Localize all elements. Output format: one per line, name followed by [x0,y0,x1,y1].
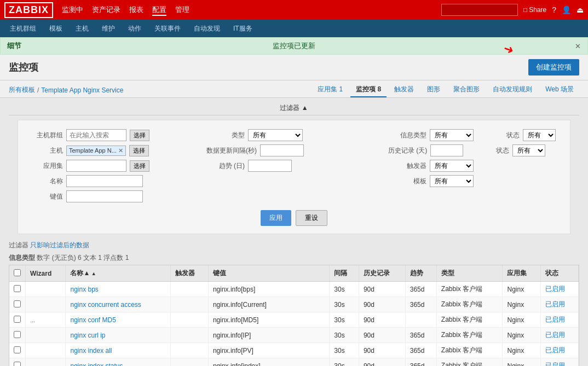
th-name[interactable]: 名称▲ [66,265,170,282]
row-select-3[interactable] [14,331,21,338]
nav-host-groups[interactable]: 主机群组 [4,21,42,37]
update-interval-input[interactable] [260,144,304,156]
nav-discovery[interactable]: 自动发现 [188,21,226,37]
app-set-select-btn[interactable]: 选择 [130,160,149,172]
row-appset-2: Nginx [503,312,540,328]
row-select-1[interactable] [14,300,21,307]
tab-discovery-rules[interactable]: 自动发现规则 [487,83,538,97]
nav-actions[interactable]: 动作 [123,21,147,37]
create-item-button[interactable]: 创建监控项 [528,59,579,75]
row-status-link-5[interactable]: 已启用 [545,362,565,366]
nav-maintenance[interactable]: 维护 [96,21,120,37]
row-key-2: nginx.info[MD5] [208,312,329,328]
host-label: 主机 [25,146,63,155]
row-checkbox-1 [9,297,26,312]
trend-input[interactable] [248,160,292,172]
host-tag-remove[interactable]: ✕ [118,147,123,154]
nav-templates[interactable]: 模板 [44,21,68,37]
th-checkbox [9,265,26,282]
row-select-4[interactable] [14,346,21,353]
row-select-2[interactable] [14,316,21,323]
host-group-label: 主机群组 [25,131,63,140]
power-icon[interactable]: ⏏ [577,5,584,14]
row-name-link-4[interactable]: nginx index all [70,347,112,355]
host-select-btn[interactable]: 选择 [129,145,149,156]
tab-graphs[interactable]: 图形 [422,83,446,97]
row-history-0: 90d [359,282,405,297]
trigger-select[interactable]: 所有 [430,160,474,172]
info-type-select[interactable]: 所有 [430,129,474,141]
row-appset-4: Nginx [503,343,540,358]
host-group-input[interactable] [66,129,126,141]
row-name-4: nginx index all [66,343,170,358]
app-set-input[interactable] [66,160,126,172]
row-wizard-1 [26,297,66,312]
row-interval-0: 30s [330,282,359,297]
host-group-select-btn[interactable]: 选择 [130,130,149,141]
status-select-2[interactable]: 所有 [512,144,545,156]
row-name-link-3[interactable]: nginx curl ip [70,332,105,339]
row-key-4: nginx.info[PV] [208,343,329,358]
nav-admin[interactable]: 管理 [175,5,189,14]
nav-monitor[interactable]: 监测中 [62,5,83,14]
breadcrumb-all-templates[interactable]: 所有模板 [9,85,35,95]
share-button[interactable]: □ Share [523,6,546,14]
row-interval-5: 30s [330,358,359,367]
row-key-1: nginx.info[Current] [208,297,329,312]
select-all-checkbox[interactable] [14,269,21,276]
filter-name: 名称 [25,175,200,187]
row-status-link-1[interactable]: 已启用 [545,300,565,308]
filter-trigger: 触发器 所有 [388,160,563,172]
nav-reports[interactable]: 报表 [129,5,143,14]
row-name-link-5[interactable]: nginx index status [70,362,123,367]
key-input[interactable] [66,190,143,202]
name-input[interactable] [66,175,143,187]
tab-app-sets[interactable]: 应用集 1 [312,83,348,97]
reset-button[interactable]: 重设 [296,210,327,226]
filter-history: 历史记录 (天) 状态 所有 [388,144,563,156]
nav-events[interactable]: 关联事件 [149,21,186,37]
row-checkbox-0 [9,282,26,297]
data-info: 信息类型 数字 (无正负) 6 文本 1 浮点数 1 [0,252,588,265]
history-input[interactable] [430,144,463,156]
search-input[interactable] [441,4,518,16]
top-nav-right: □ Share ? 👤 ⏏ [441,4,584,16]
status-select-1[interactable]: 所有 [523,129,556,141]
row-name-link-2[interactable]: nginx conf MD5 [70,316,116,324]
row-name-link-0[interactable]: nginx bps [70,286,98,293]
items-table: Wizard 名称▲ 触发器 键值 间隔 历史记录 趋势 类型 应用集 状态 n… [9,265,579,366]
row-status-link-2[interactable]: 已启用 [545,316,565,323]
tab-triggers[interactable]: 触发器 [389,83,419,97]
notification-bar: 细节 监控项已更新 ✕ [0,37,588,55]
logo[interactable]: ZABBIX [4,2,53,18]
row-type-2: Zabbix 客户端 [436,312,503,328]
nav-it-services[interactable]: IT服务 [228,21,258,37]
row-status-link-4[interactable]: 已启用 [545,346,565,354]
tab-screens[interactable]: 聚合图形 [448,83,485,97]
th-history: 历史记录 [359,265,405,282]
template-select[interactable]: 所有 [430,175,474,187]
top-nav-menu: 监测中 资产记录 报表 配置 管理 [62,5,189,15]
user-icon[interactable]: 👤 [562,5,571,14]
nav-assets[interactable]: 资产记录 [92,5,120,14]
tab-web-scenarios[interactable]: Web 场景 [540,83,579,97]
row-triggers-0 [170,282,208,297]
nav-config[interactable]: 配置 [152,5,166,16]
row-select-0[interactable] [14,285,21,292]
type-select[interactable]: 所有 [248,129,303,141]
apply-button[interactable]: 应用 [261,210,291,226]
row-select-5[interactable] [14,362,21,367]
help-icon[interactable]: ? [552,5,556,14]
tab-items[interactable]: 监控项 8 [350,83,387,97]
breadcrumb-template-name[interactable]: Template App Nginx Service [41,86,123,94]
row-appset-5: Nginx [503,358,540,367]
row-status-link-0[interactable]: 已启用 [545,285,565,293]
filter-toggle[interactable]: 过滤器 ▲ [9,101,579,115]
notification-close[interactable]: ✕ [575,42,581,50]
row-name-link-1[interactable]: nginx concurrent access [70,301,141,309]
nav-hosts[interactable]: 主机 [70,21,94,37]
row-name-3: nginx curl ip [66,328,170,343]
row-checkbox-3 [9,328,26,343]
filter-info-link[interactable]: 只影响过滤后的数据 [30,241,89,249]
row-status-link-3[interactable]: 已启用 [545,331,565,339]
